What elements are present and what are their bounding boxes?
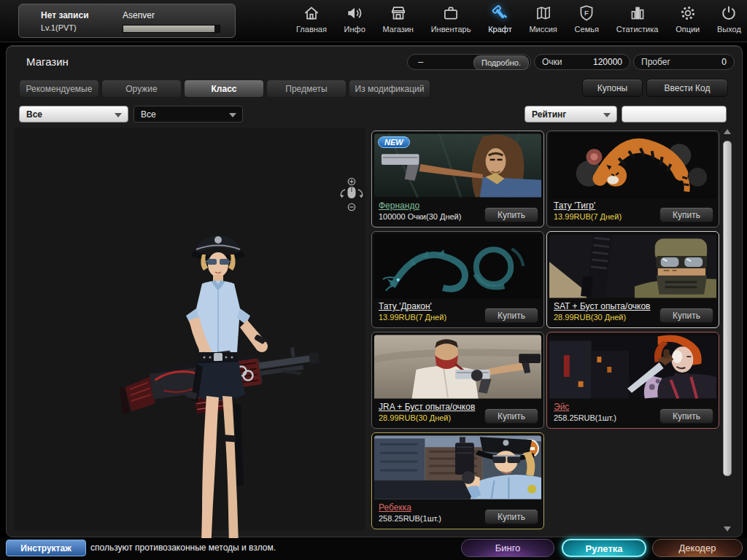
item-name-link[interactable]: Тату 'Тигр' <box>554 201 595 211</box>
buy-button[interactable]: Купить <box>659 308 713 323</box>
game-window: Нет записи Lv.1(PVT) Asenver Главная <box>0 0 747 560</box>
nav-item-options[interactable]: Опции <box>674 2 701 40</box>
nav-label: Магазин <box>383 25 414 34</box>
player-level: Lv.1(PVT) <box>41 23 77 32</box>
item-card-ace[interactable]: Эйс 258.25RUB(1шт.) Купить <box>546 332 719 429</box>
item-card-tattoo-dragon[interactable]: Тату 'Дракон' 13.99RUB(7 Дней) Купить <box>371 231 544 328</box>
item-name-link[interactable]: Ребекка <box>379 502 411 513</box>
nav-label: Крафт <box>488 25 512 34</box>
bottom-bar: Инструктаж спользуют противозаконные мет… <box>0 538 747 560</box>
item-image <box>374 234 541 298</box>
nav-label: Инвентарь <box>431 25 471 34</box>
chevron-down-icon <box>603 113 611 117</box>
instruct-button[interactable]: Инструктаж <box>6 540 86 556</box>
mouse-icon <box>348 187 356 198</box>
home-icon <box>302 2 321 24</box>
subcategory-dropdown[interactable]: Все <box>133 106 243 122</box>
item-card-jra[interactable]: JRA + Буст опыта/очков 28.99RUB(30 Дней)… <box>371 332 544 429</box>
clan-status: Нет записи <box>41 10 89 20</box>
enter-code-button[interactable]: Ввести Код <box>646 79 728 97</box>
new-badge: NEW <box>378 136 410 148</box>
item-name-link[interactable]: Эйс <box>554 402 569 412</box>
item-card-rebecca[interactable]: Ребекка 258.25RUB(1шт.) Купить <box>371 432 544 529</box>
decoder-button[interactable]: Декодер <box>652 539 743 557</box>
nav-item-exit[interactable]: Выход <box>716 2 743 40</box>
item-price: 100000 Очки(30 Дней) <box>379 212 461 221</box>
item-image <box>374 435 541 499</box>
buy-button[interactable]: Купить <box>484 207 538 222</box>
top-bar: Нет записи Lv.1(PVT) Asenver Главная <box>0 0 747 42</box>
item-name-link[interactable]: JRA + Буст опыта/очков <box>379 402 475 412</box>
item-card-sat[interactable]: SAT + Буст опыта/очков 28.99RUB(30 Дней)… <box>546 231 719 328</box>
tab-class[interactable]: Класс <box>184 79 264 98</box>
nav-label: Семья <box>575 25 599 34</box>
buy-button[interactable]: Купить <box>484 308 538 323</box>
balance-collapse-box: – Подробно. <box>407 54 531 70</box>
coupons-button[interactable]: Купоны <box>582 79 643 97</box>
nav-item-family[interactable]: F Семья <box>573 2 600 40</box>
rotate-left-icon <box>340 190 345 198</box>
sort-dropdown[interactable]: Рейтинг <box>525 106 617 122</box>
nav-item-inventory[interactable]: Инвентарь <box>430 2 473 40</box>
mileage-value: 0 <box>721 57 727 67</box>
nav-item-craft[interactable]: Крафт <box>487 2 514 40</box>
item-name-link[interactable]: SAT + Буст опыта/очков <box>554 301 650 311</box>
nav-item-mission[interactable]: Миссия <box>527 2 558 40</box>
scroll-up-arrow[interactable] <box>724 129 731 134</box>
nav-item-info[interactable]: Инфо <box>343 2 367 40</box>
chevron-down-icon <box>229 113 236 117</box>
bingo-button[interactable]: Бинго <box>461 539 554 557</box>
player-name: Asenver <box>123 10 155 20</box>
rotate-right-icon <box>358 190 363 198</box>
points-value: 120000 <box>593 57 622 67</box>
shield-f-icon: F <box>577 2 596 24</box>
roulette-button[interactable]: Рулетка <box>562 539 646 557</box>
search-input[interactable] <box>622 106 727 122</box>
tab-items[interactable]: Предметы <box>266 79 347 98</box>
points-label: Очки <box>542 57 562 67</box>
buy-button[interactable]: Купить <box>484 408 538 424</box>
tab-weapons[interactable]: Оружие <box>101 79 182 98</box>
points-display: Очки 120000 <box>534 54 630 70</box>
page-title: Магазин <box>26 55 69 68</box>
buy-button[interactable]: Купить <box>659 207 713 222</box>
nav-label: Миссия <box>529 25 557 34</box>
scroll-down-arrow[interactable] <box>724 526 731 532</box>
item-image <box>549 133 716 198</box>
item-card-tattoo-tiger[interactable]: Тату 'Тигр' 13.99RUB(7 Дней) Купить <box>546 131 719 228</box>
rotate-zoom-hint <box>336 177 367 217</box>
item-price: 258.25RUB(1шт.) <box>554 413 616 422</box>
scrollbar-thumb[interactable] <box>723 141 732 476</box>
nav-item-stats[interactable]: Статистика <box>615 2 660 40</box>
nav-item-shop[interactable]: Магазин <box>382 2 415 40</box>
item-card-fernando[interactable]: NEW <box>371 131 544 228</box>
buy-button[interactable]: Купить <box>659 408 713 424</box>
power-icon <box>719 2 738 24</box>
details-button[interactable]: Подробно. <box>473 55 529 70</box>
tab-recommended[interactable]: Рекомендуемые <box>19 79 99 98</box>
svg-text:F: F <box>584 9 589 17</box>
chevron-down-icon <box>115 113 122 117</box>
player-info-panel: Нет записи Lv.1(PVT) Asenver <box>18 4 236 38</box>
nav-label: Главная <box>296 25 327 34</box>
collapse-toggle[interactable]: – <box>418 56 423 67</box>
buy-button[interactable]: Купить <box>484 509 538 524</box>
mileage-display: Пробег 0 <box>633 54 735 70</box>
item-name-link[interactable]: Тату 'Дракон' <box>379 301 432 311</box>
nav-label: Выход <box>717 25 741 34</box>
nav-item-home[interactable]: Главная <box>295 2 328 40</box>
xp-bar <box>123 25 220 33</box>
tab-modifications[interactable]: Из модификаций <box>349 79 430 98</box>
item-image <box>374 335 541 399</box>
subcategory-value: Все <box>141 109 156 120</box>
shop-panel: Магазин – Подробно. Очки 120000 Пробег 0… <box>6 45 743 537</box>
hammer-icon <box>490 2 509 24</box>
item-price: 258.25RUB(1шт.) <box>379 514 441 523</box>
map-icon <box>534 2 553 24</box>
item-name-link[interactable]: Фернандо <box>379 201 419 211</box>
zoom-in-icon <box>348 178 355 184</box>
sort-value: Рейтинг <box>532 109 566 120</box>
character-preview[interactable] <box>14 128 365 530</box>
category-dropdown[interactable]: Все <box>19 106 128 122</box>
briefcase-icon <box>441 2 460 24</box>
